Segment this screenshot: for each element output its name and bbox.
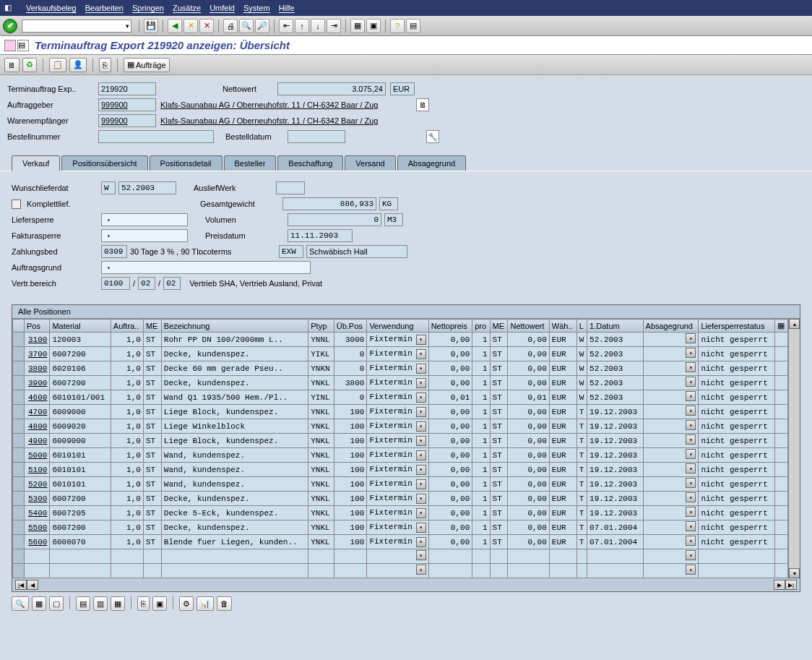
title-icon-1[interactable] <box>4 40 16 51</box>
cell-abs[interactable]: ▾ <box>643 376 699 390</box>
cell-ls[interactable]: nicht gesperrt <box>699 477 774 492</box>
cell-me[interactable]: ST <box>143 434 161 448</box>
col-header[interactable]: pro <box>472 320 490 333</box>
incoterms-code-field[interactable]: EXW <box>279 245 303 258</box>
bt-icon6-button[interactable]: ⚙ <box>179 596 194 611</box>
cell-l[interactable]: W <box>576 347 587 361</box>
cell-[interactable] <box>13 333 25 347</box>
cell-pos[interactable]: 5300 <box>25 492 50 506</box>
cell-nw[interactable]: 0,00 <box>508 492 549 506</box>
cell-me[interactable]: ST <box>143 463 161 477</box>
table-row-empty[interactable]: ▾▾ <box>13 549 788 564</box>
cell-[interactable] <box>13 347 25 361</box>
cell-ptyp[interactable]: YNKL <box>308 492 334 506</box>
cell-verw[interactable]: Fixtermin▾ <box>367 520 428 535</box>
cell-pro[interactable]: 1 <box>472 477 490 492</box>
bt-icon5-button[interactable]: ▣ <box>152 596 167 611</box>
cell-ls[interactable]: nicht gesperrt <box>699 434 774 448</box>
cell-me2[interactable]: ST <box>490 492 508 506</box>
cell-menge[interactable]: 1,0 <box>111 506 143 520</box>
cell-pro[interactable]: 1 <box>472 376 490 390</box>
cell-np[interactable]: 0,00 <box>428 448 472 463</box>
table-row[interactable]: 490060090001,0STLiege Block, kundenspez.… <box>13 434 788 448</box>
table-row[interactable]: 530060072001,0STDecke, kundenspez.YNKL10… <box>13 492 788 506</box>
cell-mat[interactable]: 120003 <box>50 333 111 347</box>
cell-abs[interactable]: ▾ <box>643 390 699 405</box>
cell-cur[interactable]: EUR <box>549 376 576 390</box>
cell-np[interactable]: 0,00 <box>428 463 472 477</box>
cell-bez[interactable]: Wand, kundenspez. <box>161 477 308 492</box>
cell-dat[interactable]: 52.2003 <box>587 376 643 390</box>
cell-[interactable] <box>13 506 25 520</box>
cell-[interactable] <box>13 361 25 376</box>
dropdown-icon[interactable]: ▾ <box>686 377 696 387</box>
cell-ptyp[interactable]: YNKL <box>308 463 334 477</box>
cell-bez[interactable]: Decke, kundenspez. <box>161 492 308 506</box>
first-page-button[interactable]: ⇤ <box>279 19 293 33</box>
dropdown-icon[interactable]: ▾ <box>416 364 426 374</box>
change-button[interactable]: ♻ <box>22 58 37 72</box>
cell-ptyp[interactable]: YNNL <box>308 333 334 347</box>
cell-me[interactable]: ST <box>143 405 161 419</box>
cell-nw[interactable]: 0,00 <box>508 448 549 463</box>
cell-verw[interactable]: Fixtermin▾ <box>367 506 428 520</box>
cell-ubpos[interactable]: 3000 <box>334 333 367 347</box>
bt-icon1-button[interactable]: ▤ <box>76 596 90 611</box>
find-next-button[interactable]: 🔎 <box>255 19 269 33</box>
cell-abs[interactable]: ▾ <box>643 463 699 477</box>
cell-ubpos[interactable]: 100 <box>334 434 367 448</box>
cell-np[interactable]: 0,00 <box>428 333 472 347</box>
cell-ptyp[interactable]: YNKL <box>308 520 334 535</box>
cell-bez[interactable]: Blende fuer Liegen, kunden.. <box>161 535 308 549</box>
cell-[interactable] <box>13 463 25 477</box>
cell-mat[interactable]: 6009000 <box>50 405 111 419</box>
cell-cur[interactable]: EUR <box>549 405 576 419</box>
dropdown-icon[interactable]: ▾ <box>686 449 696 459</box>
cell-[interactable] <box>774 390 787 405</box>
cell-ptyp[interactable]: YNKL <box>308 448 334 463</box>
cell-ptyp[interactable]: YIKL <box>308 347 334 361</box>
cell-ubpos[interactable]: 100 <box>334 463 367 477</box>
cell-pro[interactable]: 1 <box>472 405 490 419</box>
cell-cur[interactable]: EUR <box>549 390 576 405</box>
cell-dat[interactable]: 52.2003 <box>587 333 643 347</box>
cell-l[interactable]: T <box>576 448 587 463</box>
dropdown-icon[interactable]: ▾ <box>416 494 426 504</box>
cell-abs[interactable]: ▾ <box>643 347 699 361</box>
cell-me2[interactable]: ST <box>490 347 508 361</box>
col-header[interactable]: ME <box>143 320 161 333</box>
cell-me2[interactable]: ST <box>490 405 508 419</box>
cell-bez[interactable]: Liege Block, kundenspez. <box>161 434 308 448</box>
cell-[interactable] <box>13 477 25 492</box>
dropdown-icon[interactable]: ▾ <box>416 550 426 560</box>
cell-cur[interactable]: EUR <box>549 520 576 535</box>
table-row[interactable]: 46006010101/0011,0STWand Q1 1935/500 Hem… <box>13 390 788 405</box>
menu-zusätze[interactable]: Zusätze <box>168 2 205 14</box>
dropdown-icon[interactable]: ▾ <box>686 521 696 531</box>
cell-menge[interactable]: 1,0 <box>111 361 143 376</box>
hscroll-left-button[interactable]: ◀ <box>27 580 38 590</box>
cell-cur[interactable]: EUR <box>549 333 576 347</box>
cell-bez[interactable]: Wand, kundenspez. <box>161 448 308 463</box>
cell-[interactable] <box>774 347 787 361</box>
cell-bez[interactable]: Decke, kundenspez. <box>161 347 308 361</box>
cell-pos[interactable]: 3800 <box>25 361 50 376</box>
cell-me2[interactable]: ST <box>490 361 508 376</box>
create-session-button[interactable]: ▦ <box>350 19 365 33</box>
cell-dat[interactable]: 07.01.2004 <box>587 520 643 535</box>
cell-verw[interactable]: Fixtermin▾ <box>367 434 428 448</box>
cancel-button[interactable]: ✕ <box>199 19 214 33</box>
cell-menge[interactable]: 1,0 <box>111 463 143 477</box>
col-header[interactable]: Nettowert <box>508 320 549 333</box>
bt-select-all-button[interactable]: ▦ <box>32 596 46 611</box>
prev-page-button[interactable]: ↑ <box>295 19 309 33</box>
table-row[interactable]: 31001200031,0STRohr PP DN 100/2000mm L..… <box>13 333 788 347</box>
shipto-text[interactable]: Klafs-Saunabau AG / Oberneuhofstr. 11 / … <box>160 116 378 125</box>
cell-l[interactable]: T <box>576 506 587 520</box>
cell-[interactable] <box>774 506 787 520</box>
dropdown-icon[interactable]: ▾ <box>686 420 696 430</box>
command-dropdown-icon[interactable]: ▾ <box>124 22 131 30</box>
cell-mat[interactable]: 6009020 <box>50 419 111 434</box>
cell-me[interactable]: ST <box>143 390 161 405</box>
col-header[interactable]: L <box>576 320 587 333</box>
